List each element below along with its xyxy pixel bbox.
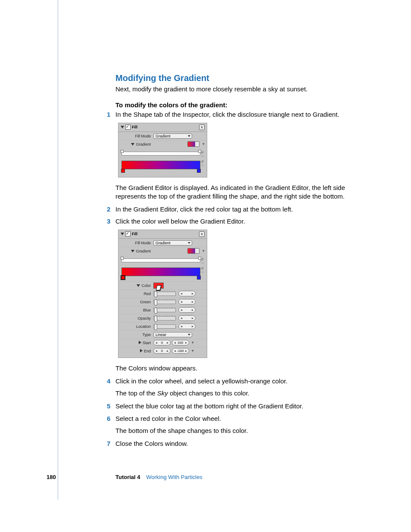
fill-mode-label: Fill Mode bbox=[121, 241, 153, 245]
blue-spinner[interactable]: ◂ ▸ bbox=[178, 307, 196, 313]
color-tag-blue[interactable] bbox=[197, 276, 201, 280]
disclosure-triangle-icon[interactable] bbox=[140, 349, 143, 352]
step-text: Close the Colors window. bbox=[115, 440, 188, 447]
type-dropdown[interactable]: Linear bbox=[153, 332, 192, 337]
blue-label: Blue bbox=[121, 308, 153, 312]
red-spinner[interactable]: ◂ ▸ bbox=[178, 291, 196, 296]
step-text: Click in the color wheel, and select a y… bbox=[115, 377, 287, 385]
opacity-spinner[interactable]: ◂ ▸ bbox=[178, 315, 196, 321]
color-label: Color bbox=[141, 283, 151, 288]
start-label: Start bbox=[143, 341, 151, 345]
close-icon[interactable]: x bbox=[199, 124, 205, 130]
disclosure-triangle-icon[interactable] bbox=[139, 341, 141, 344]
gradient-editor-figure-2: Fill x Fill Mode Gradient Gradient ▾ ↺↔ bbox=[118, 230, 207, 358]
fill-checkbox[interactable] bbox=[125, 124, 131, 130]
color-tag-blue[interactable] bbox=[197, 169, 201, 173]
close-icon[interactable]: x bbox=[199, 231, 205, 237]
gradient-bar[interactable]: ↺↔ bbox=[121, 268, 200, 276]
red-slider[interactable] bbox=[153, 292, 176, 296]
step-text: In the Gradient Editor, click the red co… bbox=[115, 205, 293, 213]
step-1: 1 In the Shape tab of the Inspector, cli… bbox=[115, 110, 368, 119]
fill-mode-row: Fill Mode Gradient bbox=[118, 239, 207, 247]
param-menu-icon[interactable]: ▾ bbox=[190, 348, 194, 353]
color-tag-red[interactable] bbox=[121, 169, 125, 173]
alpha-bar[interactable]: ↺↔ bbox=[121, 152, 200, 156]
start-y-spinner[interactable]: ◂100▸ bbox=[172, 340, 189, 345]
disclosure-triangle-icon[interactable] bbox=[121, 233, 124, 235]
disclosure-triangle-icon[interactable] bbox=[121, 126, 124, 128]
step-text: Select a red color in the Color wheel. bbox=[115, 415, 221, 422]
green-row: Green ◂ ▸ bbox=[118, 298, 207, 306]
panel-title: Fill bbox=[132, 125, 137, 129]
disclosure-triangle-icon[interactable] bbox=[131, 250, 134, 252]
disclosure-triangle-icon[interactable] bbox=[131, 143, 134, 146]
step-4: 4 Click in the color wheel, and select a… bbox=[115, 377, 368, 386]
opacity-slider[interactable] bbox=[153, 316, 176, 320]
location-row: Location ◂ ▸ bbox=[118, 322, 207, 330]
step-5: 5 Select the blue color tag at the botto… bbox=[115, 402, 368, 411]
alpha-tag-left[interactable] bbox=[121, 257, 124, 260]
gradient-row: Gradient ▾ bbox=[118, 140, 207, 148]
location-spinner[interactable]: ◂ ▸ bbox=[178, 324, 196, 329]
color-well[interactable] bbox=[153, 283, 164, 289]
disclosure-triangle-icon[interactable] bbox=[137, 284, 140, 287]
end-x-spinner[interactable]: ◂0▸ bbox=[153, 348, 171, 354]
gradient-row: Gradient ▾ bbox=[118, 247, 207, 255]
red-label: Red bbox=[121, 292, 153, 296]
distribute-icon[interactable]: ↺↔ bbox=[201, 151, 204, 158]
sky-object-name: Sky bbox=[157, 389, 168, 397]
green-spinner[interactable]: ◂ ▸ bbox=[178, 299, 196, 305]
distribute-icon[interactable]: ↺↔ bbox=[201, 258, 204, 265]
fill-mode-dropdown[interactable]: Gradient bbox=[153, 134, 192, 139]
green-label: Green bbox=[121, 300, 153, 304]
gradient-label: Gradient bbox=[136, 142, 151, 146]
page-number: 180 bbox=[47, 474, 56, 480]
step-6-result: The bottom of the shape changes to this … bbox=[115, 426, 368, 435]
opacity-label: Opacity bbox=[121, 316, 153, 320]
fill-mode-dropdown[interactable]: Gradient bbox=[153, 240, 192, 246]
fill-mode-row: Fill Mode Gradient bbox=[118, 132, 207, 140]
blue-slider[interactable] bbox=[153, 308, 176, 312]
step-6: 6 Select a red color in the Color wheel. bbox=[115, 414, 368, 423]
panel-header: Fill x bbox=[118, 230, 207, 239]
step-7: 7 Close the Colors window. bbox=[115, 439, 368, 448]
location-slider[interactable] bbox=[153, 324, 176, 329]
start-x-spinner[interactable]: ◂0▸ bbox=[153, 340, 171, 345]
param-menu-icon[interactable]: ▾ bbox=[190, 340, 194, 345]
step-2: 2 In the Gradient Editor, click the red … bbox=[115, 205, 368, 214]
step-text: In the Shape tab of the Inspector, click… bbox=[115, 111, 339, 118]
step-text: Select the blue color tag at the bottom … bbox=[115, 402, 303, 410]
green-slider[interactable] bbox=[153, 300, 176, 304]
text-fragment: object changes to this color. bbox=[168, 389, 249, 397]
color-tag-red-selected[interactable] bbox=[121, 276, 125, 280]
step-number: 7 bbox=[107, 439, 110, 448]
end-y-spinner[interactable]: ◂-100▸ bbox=[172, 348, 189, 354]
gradient-thumbnail[interactable] bbox=[187, 141, 199, 147]
alpha-bar[interactable]: ↺↔ bbox=[121, 258, 200, 262]
alpha-tag-left[interactable] bbox=[121, 150, 124, 153]
fill-mode-label: Fill Mode bbox=[121, 134, 153, 138]
end-row: End ◂0▸ ◂-100▸ ▾ bbox=[118, 347, 207, 355]
step-number: 1 bbox=[107, 110, 110, 119]
param-menu-icon[interactable]: ▾ bbox=[201, 249, 205, 253]
procedure-heading: To modify the colors of the gradient: bbox=[115, 101, 368, 109]
opacity-row: Opacity ◂ ▸ bbox=[118, 314, 207, 322]
tutorial-number: Tutorial 4 bbox=[115, 474, 140, 480]
section-heading: Modifying the Gradient bbox=[115, 73, 368, 83]
distribute-icon[interactable]: ↺↔ bbox=[201, 160, 204, 167]
param-menu-icon[interactable]: ▾ bbox=[201, 142, 205, 146]
gradient-thumbnail[interactable] bbox=[187, 248, 199, 254]
tutorial-title: Working With Particles bbox=[146, 474, 202, 480]
step-number: 6 bbox=[107, 414, 110, 423]
gradient-editor-figure-1: Fill x Fill Mode Gradient Gradient ▾ ↺↔ bbox=[118, 123, 207, 177]
gradient-bar[interactable]: ↺↔ bbox=[121, 161, 200, 169]
distribute-icon[interactable]: ↺↔ bbox=[201, 267, 204, 274]
step-number: 2 bbox=[107, 205, 110, 214]
step-3: 3 Click the color well below the Gradien… bbox=[115, 217, 368, 226]
intro-text: Next, modify the gradient to more closel… bbox=[115, 85, 368, 93]
step-4-result: The top of the Sky object changes to thi… bbox=[115, 389, 368, 398]
fill-checkbox[interactable] bbox=[125, 231, 131, 236]
color-row: Color bbox=[118, 281, 207, 289]
text-fragment: The top of the bbox=[115, 389, 157, 397]
blue-row: Blue ◂ ▸ bbox=[118, 306, 207, 314]
